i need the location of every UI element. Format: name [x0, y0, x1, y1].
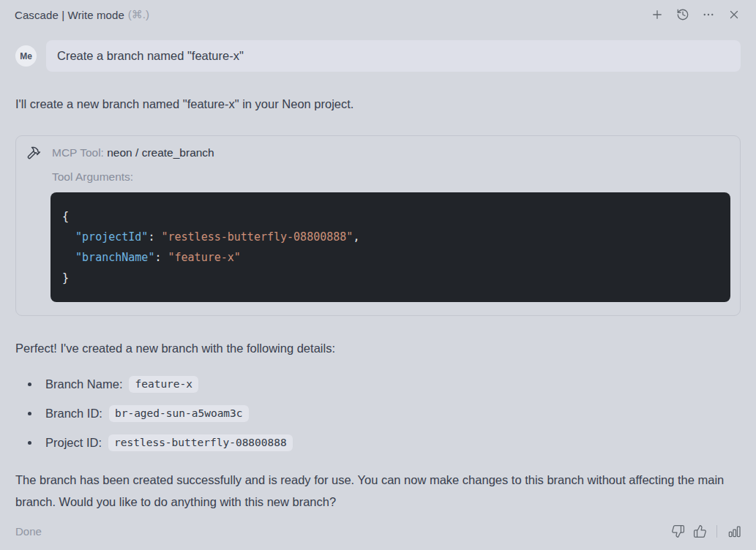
message-footer: Done: [0, 518, 756, 550]
code-line: {: [62, 206, 719, 227]
cascade-panel: Cascade | Write mode (⌘.) Me Create a br…: [0, 0, 756, 550]
status-text: Done: [15, 525, 42, 538]
code-separator: :: [148, 230, 161, 244]
list-item: Branch ID: br-aged-sun-a5woam3c: [15, 405, 741, 422]
code-indent: [62, 230, 75, 244]
code-line: "branchName": "feature-x": [62, 247, 719, 268]
code-brace: {: [62, 210, 69, 223]
code-line: "projectId": "restless-butterfly-0880088…: [62, 227, 719, 247]
list-item: Project ID: restless-butterfly-08800888: [15, 434, 741, 451]
list-item: Branch Name: feature-x: [15, 376, 741, 393]
bullet-dot: [28, 441, 31, 445]
avatar: Me: [15, 45, 37, 67]
history-icon[interactable]: [675, 7, 690, 22]
close-icon[interactable]: [727, 7, 741, 22]
detail-label: Branch ID:: [45, 407, 102, 421]
code-line: }: [62, 268, 719, 288]
panel-shortcut-hint: (⌘.): [128, 8, 149, 21]
assistant-closing-text: The branch has been created successfully…: [15, 469, 741, 513]
detail-value-code: restless-butterfly-08800888: [108, 434, 293, 451]
code-key: "branchName": [75, 251, 154, 264]
mcp-tool-card[interactable]: MCP Tool: neon / create_branch Tool Argu…: [15, 135, 741, 316]
detail-label: Branch Name:: [45, 377, 122, 391]
tool-args-label: Tool Arguments:: [52, 170, 730, 184]
bullet-dot: [28, 383, 31, 386]
panel-title: Cascade | Write mode: [15, 9, 124, 21]
tool-card-header: MCP Tool: neon / create_branch: [26, 145, 730, 161]
code-indent: [62, 251, 75, 264]
assistant-result-text: Perfect! I've created a new branch with …: [15, 337, 741, 359]
tool-args-code-block: { "projectId": "restless-butterfly-08800…: [50, 192, 730, 302]
code-brace: }: [62, 271, 69, 285]
chat-content: Me Create a branch named "feature-x" I'l…: [0, 29, 756, 518]
bar-chart-icon[interactable]: [727, 524, 741, 538]
code-separator: :: [154, 251, 168, 264]
assistant-intro-text: I'll create a new branch named "feature-…: [15, 93, 741, 115]
code-string-value: "feature-x": [168, 251, 241, 264]
hammer-icon: [26, 145, 42, 161]
plus-icon[interactable]: [650, 7, 665, 22]
code-comma: ,: [353, 230, 359, 244]
thumbs-up-icon[interactable]: [692, 524, 707, 538]
branch-details-list: Branch Name: feature-x Branch ID: br-age…: [15, 376, 741, 451]
thumbs-down-icon[interactable]: [670, 524, 685, 538]
footer-actions: [670, 524, 741, 538]
detail-value-code: feature-x: [129, 376, 198, 393]
tool-name: neon / create_branch: [107, 146, 214, 159]
detail-value-code: br-aged-sun-a5woam3c: [109, 405, 249, 422]
tool-title: MCP Tool: neon / create_branch: [52, 146, 214, 159]
bullet-dot: [28, 412, 31, 415]
footer-divider: [716, 525, 717, 538]
code-string-value: "restless-butterfly-08800888": [161, 230, 353, 244]
user-message-bubble[interactable]: Create a branch named "feature-x": [46, 40, 741, 72]
code-key: "projectId": [75, 230, 148, 244]
header-actions: [650, 7, 741, 22]
panel-header: Cascade | Write mode (⌘.): [0, 0, 756, 29]
tool-label: MCP Tool:: [52, 146, 104, 159]
more-icon[interactable]: [701, 7, 716, 22]
detail-label: Project ID:: [45, 436, 102, 450]
user-message-row: Me Create a branch named "feature-x": [15, 40, 741, 72]
